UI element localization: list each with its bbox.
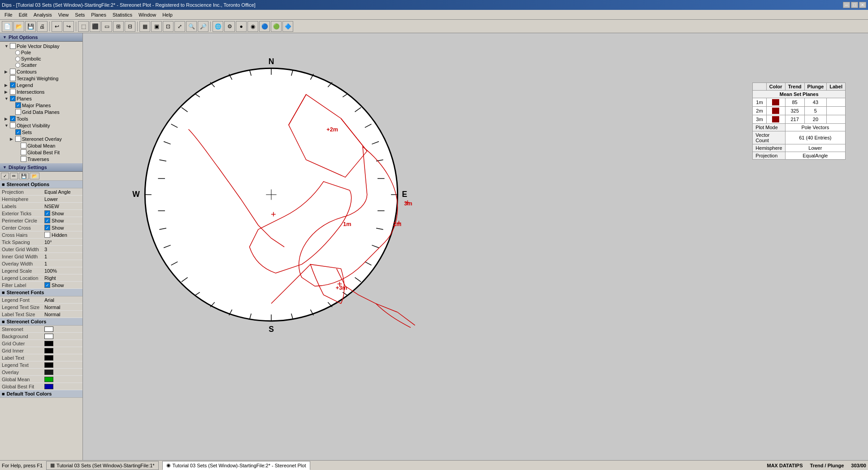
legend-text-swatch[interactable] bbox=[44, 362, 53, 368]
plot-options-header[interactable]: ▼ Plot Options bbox=[0, 33, 82, 42]
global-mean-swatch[interactable] bbox=[44, 377, 53, 382]
close-btn[interactable]: ✕ bbox=[859, 2, 866, 8]
sets-check[interactable]: ✓ bbox=[15, 129, 21, 135]
menu-help[interactable]: Help bbox=[160, 11, 175, 18]
ds-filter-check[interactable]: ✓ bbox=[44, 282, 50, 288]
obj-vis-check[interactable] bbox=[10, 122, 16, 128]
scatter-radio[interactable] bbox=[15, 63, 20, 68]
ds-exterior-ticks-check[interactable]: ✓ bbox=[44, 210, 50, 216]
new-btn[interactable]: 📄 bbox=[2, 21, 13, 32]
filter2-btn[interactable]: ⊟ bbox=[125, 21, 135, 32]
zoom-extent-btn[interactable]: ⤢ bbox=[174, 21, 185, 32]
global-best-fit-swatch[interactable] bbox=[44, 384, 53, 389]
filter-btn[interactable]: ⊞ bbox=[113, 21, 124, 32]
tree-sets[interactable]: ✓ Sets bbox=[1, 129, 82, 135]
status-tab-2[interactable]: ◉ Tutorial 03 Sets (Set Window)-Starting… bbox=[162, 461, 310, 470]
tree-planes[interactable]: ▼ ✓ Planes bbox=[1, 95, 82, 102]
window-controls[interactable]: ─ □ ✕ bbox=[843, 2, 866, 8]
minimize-btn[interactable]: ─ bbox=[843, 2, 850, 8]
tree-traverses[interactable]: Traverses bbox=[1, 156, 82, 162]
stereonet-options-header[interactable]: ■ Stereonet Options bbox=[0, 181, 82, 188]
tree-symbolic[interactable]: Symbolic bbox=[1, 56, 82, 62]
tree-intersections[interactable]: ▶ Intersections bbox=[1, 88, 82, 95]
plot-options-collapse[interactable]: ▼ bbox=[3, 35, 7, 39]
tree-object-visibility[interactable]: ▼ Object Visibility bbox=[1, 122, 82, 129]
tool5-btn[interactable]: 🟢 bbox=[271, 21, 282, 32]
tree-pole-vector[interactable]: ▼ Pole Vector Display bbox=[1, 43, 82, 49]
globe-btn[interactable]: 🌐 bbox=[213, 21, 223, 32]
tree-global-best-fit[interactable]: Global Best Fit bbox=[1, 149, 82, 156]
overlay-check[interactable] bbox=[15, 136, 21, 142]
tree-terzaghi[interactable]: Terzaghi Weighting bbox=[1, 75, 82, 82]
menu-file[interactable]: File bbox=[2, 11, 15, 18]
zoom-in-btn[interactable]: 🔍 bbox=[186, 21, 197, 32]
planes-check[interactable]: ✓ bbox=[10, 96, 16, 101]
major-planes-check[interactable]: ✓ bbox=[15, 102, 21, 108]
stereonet-fonts-header[interactable]: ■ Stereonet Fonts bbox=[0, 289, 82, 296]
select3-btn[interactable]: ▭ bbox=[101, 21, 112, 32]
tree-grid-planes[interactable]: Grid Data Planes bbox=[1, 109, 82, 115]
view1-btn[interactable]: ▦ bbox=[139, 21, 150, 32]
ds-check-btn[interactable]: ✓ bbox=[1, 173, 9, 179]
tool3-btn[interactable]: ◉ bbox=[247, 21, 258, 32]
redo-btn[interactable]: ↪ bbox=[63, 21, 74, 32]
terzaghi-check[interactable] bbox=[10, 75, 16, 81]
tool4-btn[interactable]: 🔵 bbox=[259, 21, 270, 32]
grid-outer-swatch[interactable] bbox=[44, 341, 53, 346]
grid-inner-swatch[interactable] bbox=[44, 348, 53, 353]
tool6-btn[interactable]: 🔷 bbox=[282, 21, 293, 32]
legend-check[interactable]: ✓ bbox=[10, 82, 16, 88]
undo-btn[interactable]: ↩ bbox=[52, 21, 62, 32]
tree-stereonet-overlay[interactable]: ▶ Stereonet Overlay bbox=[1, 135, 82, 142]
tools-check[interactable]: ✓ bbox=[10, 116, 16, 122]
stereonet-color-swatch[interactable] bbox=[44, 326, 53, 332]
grid-planes-check[interactable] bbox=[15, 109, 21, 115]
menu-statistics[interactable]: Statistics bbox=[110, 11, 135, 18]
tree-scatter[interactable]: Scatter bbox=[1, 62, 82, 68]
pole-radio[interactable] bbox=[15, 50, 20, 55]
symbolic-radio[interactable] bbox=[15, 57, 20, 61]
view2-btn[interactable]: ▣ bbox=[151, 21, 162, 32]
open-btn[interactable]: 📂 bbox=[13, 21, 24, 32]
label-text-swatch[interactable] bbox=[44, 355, 53, 361]
contours-check[interactable] bbox=[10, 69, 16, 74]
zoom-out-btn[interactable]: 🔎 bbox=[198, 21, 208, 32]
tree-global-mean[interactable]: Global Mean bbox=[1, 142, 82, 149]
tool1-btn[interactable]: ⚙ bbox=[224, 21, 235, 32]
ds-collapse[interactable]: ▼ bbox=[3, 165, 7, 170]
stereonet-colors-header[interactable]: ■ Stereonet Colors bbox=[0, 318, 82, 326]
tree-contours[interactable]: ▶ Contours bbox=[1, 68, 82, 75]
ds-load-btn[interactable]: 📂 bbox=[30, 173, 39, 179]
select2-btn[interactable]: ⬛ bbox=[90, 21, 100, 32]
default-tool-colors-header[interactable]: ■ Default Tool Colors bbox=[0, 390, 82, 398]
tree-major-planes[interactable]: ✓ Major Planes bbox=[1, 102, 82, 109]
menu-sets[interactable]: Sets bbox=[72, 11, 87, 18]
print-btn[interactable]: 🖨 bbox=[37, 21, 48, 32]
view3-btn[interactable]: ⊡ bbox=[163, 21, 174, 32]
tool2-btn[interactable]: ● bbox=[236, 21, 247, 32]
tree-legend[interactable]: ▶ ✓ Legend bbox=[1, 82, 82, 88]
ds-center-check[interactable]: ✓ bbox=[44, 225, 50, 231]
ds-crosshairs-check[interactable] bbox=[44, 232, 50, 238]
ds-edit-btn[interactable]: ✏ bbox=[10, 173, 18, 179]
status-tab-1[interactable]: ▦ Tutorial 03 Sets (Set Window)-Starting… bbox=[46, 461, 158, 470]
intersections-check[interactable] bbox=[10, 89, 16, 95]
tree-pole[interactable]: Pole bbox=[1, 49, 82, 56]
global-best-fit-check[interactable] bbox=[21, 149, 26, 155]
overlay-swatch[interactable] bbox=[44, 370, 53, 375]
ds-save-btn[interactable]: 💾 bbox=[19, 173, 29, 179]
traverses-check[interactable] bbox=[21, 156, 26, 162]
ds-perimeter-check[interactable]: ✓ bbox=[44, 218, 50, 223]
restore-btn[interactable]: □ bbox=[851, 2, 858, 8]
global-mean-check[interactable] bbox=[21, 143, 26, 148]
menu-window[interactable]: Window bbox=[136, 11, 159, 18]
save-btn[interactable]: 💾 bbox=[25, 21, 36, 32]
select-btn[interactable]: ⬚ bbox=[78, 21, 89, 32]
tree-tools[interactable]: ▶ ✓ Tools bbox=[1, 115, 82, 122]
display-settings-header[interactable]: ▼ Display Settings bbox=[0, 163, 82, 172]
menu-analysis[interactable]: Analysis bbox=[31, 11, 55, 18]
menu-planes[interactable]: Planes bbox=[88, 11, 109, 18]
menu-view[interactable]: View bbox=[56, 11, 72, 18]
bg-color-swatch[interactable] bbox=[44, 334, 53, 339]
pole-vector-check[interactable] bbox=[10, 43, 16, 49]
